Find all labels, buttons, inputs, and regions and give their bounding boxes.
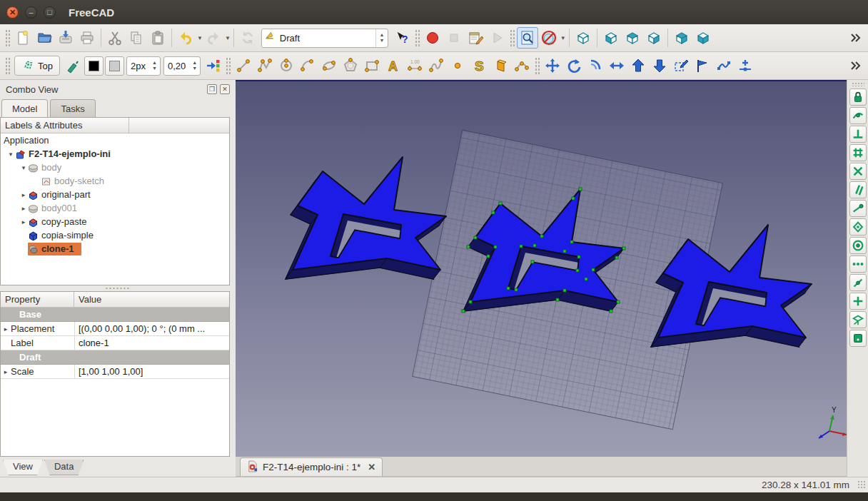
snap-center-button[interactable] [849,237,867,254]
panel-splitter[interactable] [0,285,236,291]
apply-style-button[interactable] [62,55,84,76]
top-view-button[interactable] [622,27,643,49]
paste-button[interactable] [147,27,168,49]
tree-item-copy-paste[interactable]: ▸copy-paste [1,215,229,228]
maximize-button[interactable]: □ [44,6,56,19]
fit-all-button[interactable] [517,27,538,49]
resize-grip[interactable] [857,480,866,489]
toolbar-handle[interactable] [5,57,10,74]
bottom-view-button[interactable] [692,27,714,49]
minimize-button[interactable]: – [25,6,37,19]
draft-bspline-button[interactable] [425,55,447,76]
toolbar-handle[interactable] [5,29,10,46]
wire-to-bspline-button[interactable] [713,55,735,76]
document-tab[interactable]: F2-T14-ejemplo-ini : 1* ✕ [240,457,383,476]
dock-float-icon[interactable]: ❐ [207,84,217,94]
front-view-button[interactable] [600,27,622,49]
redo-button[interactable] [203,27,224,49]
toolbar-handle[interactable] [852,82,864,86]
tab-model[interactable]: Model [1,99,48,117]
draft-shapestring-button[interactable]: S [468,55,490,76]
snap-grid-button[interactable] [849,144,867,161]
line-width-spinbox[interactable]: 2px▲▼ [126,56,161,76]
tree-expander-icon[interactable]: ▾ [6,151,15,158]
axonometric-view-button[interactable] [572,27,594,49]
draft-dimension-button[interactable]: 1.00 [404,55,425,76]
tab-data[interactable]: Data [44,460,84,475]
property-row-label[interactable]: Labelclone-1 [1,336,229,350]
workbench-selector[interactable]: Draft▲▼ [261,29,388,48]
macro-record-button[interactable] [422,27,443,49]
snap-special-button[interactable] [849,218,867,236]
draft-trimex-button[interactable] [606,55,627,76]
tab-tasks[interactable]: Tasks [50,99,95,117]
tree-expander-icon[interactable]: ▾ [19,164,28,171]
draft-edit-button[interactable] [692,55,713,76]
add-point-button[interactable] [735,55,756,76]
draft-line-button[interactable] [233,55,254,76]
draft-ellipse-button[interactable] [318,55,340,76]
tree-item-original-part[interactable]: ▸original-part [1,188,229,201]
tree-item-body-sketch[interactable]: body-sketch [1,174,229,188]
toolbar-handle[interactable] [226,57,231,74]
tree-item-body001[interactable]: ▸body001 [1,201,229,215]
snap-endpoint-button[interactable] [849,107,867,124]
snap-working-plane-button[interactable] [849,311,867,328]
toolbar-handle[interactable] [535,57,540,74]
toolbar-handle[interactable] [415,29,420,46]
face-color-swatch[interactable] [105,56,124,76]
draft-facebinder-button[interactable] [490,55,511,76]
undo-button[interactable] [175,27,196,49]
tree-expander-icon[interactable]: ▸ [19,218,28,226]
draft-offset-button[interactable] [585,55,606,76]
tree-item-clone-1[interactable]: clone-1 [1,242,229,255]
snap-perpendicular-button[interactable] [849,126,867,143]
refresh-button[interactable] [237,27,258,49]
snap-ortho-button[interactable] [849,274,867,291]
property-row-placement[interactable]: ▸Placement[(0,00 0,00 1,00); 0 °; (0 mm … [1,322,229,336]
new-file-button[interactable] [12,27,34,49]
draft-upgrade-button[interactable] [627,55,649,76]
line-color-swatch[interactable] [84,56,104,76]
draft-point-button[interactable] [447,55,468,76]
tree-expander-icon[interactable]: ▸ [19,205,28,212]
snap-extension-button[interactable] [849,293,867,310]
snap-parallel-button[interactable] [849,181,867,198]
draft-move-button[interactable] [542,55,563,76]
3d-viewport[interactable]: XY [236,80,847,457]
draft-wire-button[interactable] [254,55,276,76]
open-file-button[interactable] [34,27,55,49]
text-scale-spinbox[interactable]: 0,20▲▼ [163,56,201,76]
save-button[interactable] [55,27,76,49]
property-row-scale[interactable]: ▸Scale[1,00 1,00 1,00] [1,365,229,379]
snap-near-button[interactable] [849,200,867,217]
snap-intersection-button[interactable] [849,163,867,180]
close-button[interactable]: ✕ [6,6,19,19]
toolbar-overflow-button[interactable] [844,55,865,76]
working-plane-top-button[interactable]: Top [14,56,60,76]
draft-scale-button[interactable] [670,55,692,76]
toolbar-overflow-button[interactable] [844,27,865,49]
copy-button[interactable] [126,27,147,49]
tree-root-application[interactable]: Application [1,133,229,147]
draft-rotate-button[interactable] [563,55,585,76]
property-expander-icon[interactable]: ▸ [1,325,11,333]
property-expander-icon[interactable]: ▸ [1,368,11,375]
tree-item-body[interactable]: ▾body [1,161,229,174]
tree-item-copia-simple[interactable]: copia-simple [1,228,229,242]
tab-close-icon[interactable]: ✕ [365,462,375,472]
dropdown-caret-icon[interactable]: ▼ [197,35,203,41]
draft-rectangle-button[interactable] [361,55,383,76]
draft-polygon-button[interactable] [340,55,361,76]
rear-view-button[interactable] [671,27,692,49]
dropdown-caret-icon[interactable]: ▼ [225,35,231,41]
draft-downgrade-button[interactable] [649,55,670,76]
dropdown-caret-icon[interactable]: ▼ [560,35,566,41]
spinbox-stepper[interactable]: ▲▼ [149,57,160,75]
macro-stop-button[interactable] [443,27,465,49]
snap-dimensions-button[interactable] [849,255,867,273]
tab-view[interactable]: View [3,460,43,475]
draft-bezier-button[interactable] [511,55,533,76]
draft-text-button[interactable]: A [383,55,404,76]
draw-style-button[interactable] [538,27,560,49]
